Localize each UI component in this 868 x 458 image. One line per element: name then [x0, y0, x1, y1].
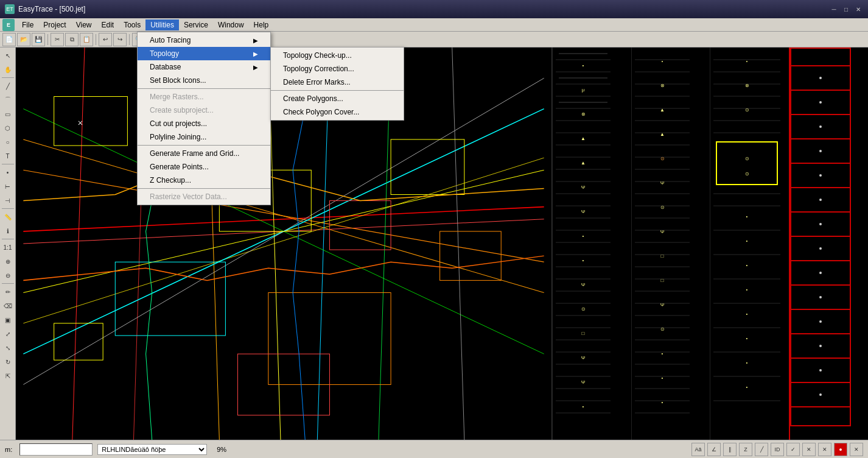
svg-text:μ: μ [582, 87, 585, 93]
lt-join[interactable]: ⊣ [1, 194, 15, 207]
svg-text:⊙: ⊙ [581, 306, 586, 312]
menu-z-checkup[interactable]: Z Checkup... [138, 174, 270, 187]
menu-cut-out-projects[interactable]: Cut out projects... [138, 117, 270, 130]
btn-plus[interactable]: ✕ [850, 443, 863, 456]
btn-parallel[interactable]: ∥ [723, 443, 737, 456]
lt-rotate[interactable]: ↻ [1, 355, 15, 368]
menu-topology[interactable]: Topology ▶ Topology Check-up... Topology… [138, 47, 270, 60]
btn-slash[interactable]: ╱ [755, 443, 768, 456]
left-toolbar: ↖ ✋ ╱ ⌒ ▭ ⬡ ○ T • ⊢ ⊣ 📏 ℹ 1:1 ⊕ ⊖ ✏ ⌫ ▣ … [0, 48, 16, 440]
lt-pencil[interactable]: ✏ [1, 285, 15, 298]
menu-service[interactable]: Service [179, 19, 213, 30]
menu-set-block-icons[interactable]: Set Block Icons... [138, 74, 270, 87]
tb-redo[interactable]: ↪ [113, 33, 127, 46]
lt-node[interactable]: • [1, 166, 15, 179]
menu-merge-rasters: Merge Rasters... [138, 90, 270, 104]
lt-zoomout2[interactable]: ⊖ [1, 269, 15, 282]
menu-edit[interactable]: Edit [97, 19, 119, 30]
svg-line-15 [452, 48, 464, 440]
menu-delete-error[interactable]: Delete Error Marks... [271, 76, 404, 89]
svg-rect-22 [54, 323, 103, 360]
app-logo: E [2, 19, 15, 31]
svg-text:▲: ▲ [581, 160, 586, 166]
minimize-button[interactable]: ─ [829, 4, 839, 14]
coord-input[interactable] [19, 443, 93, 456]
close-button[interactable]: ✕ [853, 4, 863, 14]
lt-measure[interactable]: 📏 [1, 210, 15, 224]
svg-text:□: □ [660, 278, 663, 283]
svg-point-177 [819, 272, 822, 274]
lt-rect[interactable]: ▭ [1, 107, 15, 121]
lt-line[interactable]: ╱ [1, 79, 15, 93]
lt-circle[interactable]: ○ [1, 135, 15, 149]
menu-database[interactable]: Database ▶ [138, 60, 270, 74]
svg-text:▲: ▲ [660, 132, 665, 137]
svg-text:Ψ: Ψ [581, 355, 586, 361]
tb-new[interactable]: 📄 [2, 33, 16, 46]
tb-copy[interactable]: ⧉ [65, 33, 79, 46]
menu-view[interactable]: View [71, 19, 97, 30]
bottom-right-toolbar: Aā ∠ ∥ Z ╱ ID ✓ ✕ ✕ ● ✕ [691, 443, 863, 456]
btn-z[interactable]: Z [739, 443, 752, 456]
set-block-icons-label: Set Block Icons... [150, 76, 206, 85]
lt-eraser[interactable]: ⌫ [1, 299, 15, 312]
topo-checkup-label: Topology Check-up... [283, 51, 352, 60]
lt-pan[interactable]: ✋ [1, 63, 15, 76]
lt-zoomin2[interactable]: ⊕ [1, 255, 15, 268]
auto-tracing-arrow: ▶ [253, 37, 258, 44]
menu-utilities[interactable]: Utilities [145, 19, 179, 30]
btn-x2[interactable]: ✕ [818, 443, 831, 456]
menu-gen-frame[interactable]: Generate Frame and Grid... [138, 147, 270, 160]
btn-x1[interactable]: ✕ [802, 443, 816, 456]
menu-create-polygons[interactable]: Create Polygons... [271, 92, 404, 105]
menu-project[interactable]: Project [38, 19, 71, 30]
tb-undo[interactable]: ↩ [99, 33, 112, 46]
btn-angle[interactable]: ∠ [707, 443, 721, 456]
topo-sep1 [271, 90, 404, 91]
lt-cursor[interactable]: ⤢ [1, 327, 15, 340]
svg-text:Ψ: Ψ [581, 209, 586, 214]
menu-polyline-joining[interactable]: Polyline Joining... [138, 130, 270, 144]
svg-text:⊗: ⊗ [745, 83, 749, 88]
lt-move[interactable]: ⤡ [1, 341, 15, 354]
menu-tools[interactable]: Tools [119, 19, 145, 30]
menu-window[interactable]: Window [213, 19, 249, 30]
utilities-dropdown[interactable]: Auto Tracing ▶ Topology ▶ Topology Check… [137, 32, 271, 205]
lt-select[interactable]: ↖ [1, 49, 15, 62]
lt-zoom1[interactable]: 1:1 [1, 241, 15, 254]
menu-auto-tracing[interactable]: Auto Tracing ▶ [138, 33, 270, 47]
maximize-button[interactable]: □ [841, 4, 851, 14]
rp-col-4 [789, 48, 869, 440]
lt-fill[interactable]: ▣ [1, 313, 15, 326]
menu-topo-correction[interactable]: Topology Correction... [271, 62, 404, 76]
svg-text:•: • [661, 351, 663, 356]
btn-id[interactable]: ID [771, 443, 784, 456]
svg-text:Ψ: Ψ [581, 185, 586, 190]
lt-polygon[interactable]: ⬡ [1, 121, 15, 135]
menu-file[interactable]: File [17, 19, 38, 30]
svg-line-8 [23, 158, 544, 323]
tb-save[interactable]: 💾 [32, 33, 45, 46]
lt-scale[interactable]: ⇱ [1, 369, 15, 382]
menu-topo-checkup[interactable]: Topology Check-up... [271, 49, 404, 62]
svg-text:•: • [661, 400, 663, 405]
lt-text[interactable]: T [1, 149, 15, 163]
btn-aa[interactable]: Aā [691, 443, 705, 456]
lt-break[interactable]: ⊢ [1, 180, 15, 193]
lt-sep5 [2, 283, 14, 284]
layer-select[interactable]: RLHLINDãeùäô ñöþe [97, 444, 207, 455]
tb-paste[interactable]: 📋 [80, 33, 93, 46]
menu-create-subproject: Create subproject... [138, 104, 270, 117]
lt-polyline[interactable]: ⌒ [1, 93, 15, 107]
menu-gen-points[interactable]: Generate Points... [138, 160, 270, 174]
tb-open[interactable]: 📂 [17, 33, 30, 46]
svg-text:•: • [746, 287, 748, 292]
menu-help[interactable]: Help [249, 19, 274, 30]
svg-text:Ψ: Ψ [660, 180, 664, 186]
title-bar: ET EasyTrace - [500.jet] ─ □ ✕ [0, 0, 868, 18]
lt-info[interactable]: ℹ [1, 224, 15, 238]
btn-check[interactable]: ✓ [786, 443, 800, 456]
menu-check-polygon[interactable]: Check Polygon Cover... [271, 105, 404, 119]
btn-red[interactable]: ● [834, 443, 847, 456]
tb-cut[interactable]: ✂ [51, 33, 64, 46]
